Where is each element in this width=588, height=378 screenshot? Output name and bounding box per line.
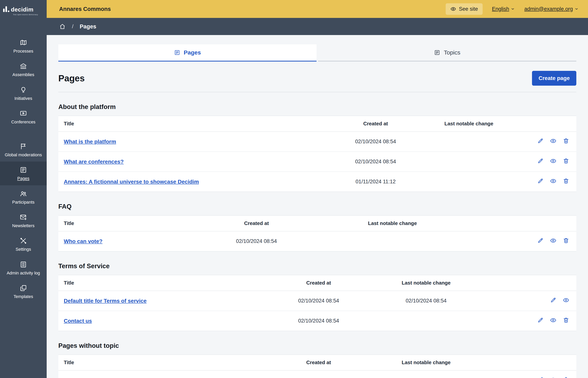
page-head: Pages Create page bbox=[58, 71, 576, 86]
sidebar-item-assemblies[interactable]: Assemblies bbox=[0, 58, 47, 81]
preview-button[interactable] bbox=[550, 317, 557, 325]
page-link[interactable]: What are conferences? bbox=[64, 159, 124, 165]
page-link[interactable]: What is the platform bbox=[64, 139, 116, 145]
eye-icon bbox=[550, 377, 557, 378]
edit-button[interactable] bbox=[537, 317, 544, 325]
preview-button[interactable] bbox=[550, 237, 557, 245]
edit-button[interactable] bbox=[537, 178, 544, 186]
column-header: Created at bbox=[266, 275, 372, 291]
preview-button[interactable] bbox=[563, 297, 569, 305]
table-row: Contact us02/10/2024 08:54 bbox=[58, 311, 576, 331]
sidebar-item-label: Newsletters bbox=[12, 223, 35, 228]
map-icon bbox=[20, 39, 27, 46]
actions-column-header bbox=[462, 216, 576, 231]
breadcrumb-home[interactable] bbox=[59, 23, 66, 30]
page-link[interactable]: Default title for Terms of service bbox=[64, 298, 147, 304]
preview-button[interactable] bbox=[550, 377, 557, 378]
sidebar-item-label: Admin activity log bbox=[7, 270, 40, 275]
page-link[interactable]: Website Accessibility Statement bbox=[64, 378, 147, 378]
account-menu[interactable]: admin@example.org bbox=[524, 6, 579, 12]
column-header: Last notable change bbox=[421, 116, 517, 132]
last-notable-change bbox=[372, 370, 480, 378]
table-row: Annares: A fictionnal universe to showca… bbox=[58, 172, 576, 192]
trash-icon bbox=[563, 377, 569, 378]
main-column: Annares Commons See site English admin@e… bbox=[47, 0, 588, 378]
sidebar-item-newsletters[interactable]: Newsletters bbox=[0, 209, 47, 232]
sidebar-item-participants[interactable]: Participants bbox=[0, 185, 47, 209]
eye-icon bbox=[550, 178, 557, 184]
delete-button[interactable] bbox=[563, 237, 569, 245]
delete-button[interactable] bbox=[563, 158, 569, 166]
sidebar-item-global-moderations[interactable]: Global moderations bbox=[0, 138, 47, 162]
section-title: Terms of Service bbox=[58, 262, 576, 270]
edit-button[interactable] bbox=[550, 297, 557, 305]
last-notable-change bbox=[421, 132, 517, 152]
government-icon bbox=[20, 63, 27, 70]
created-at: 02/10/2024 08:54 bbox=[330, 152, 421, 172]
topbar: Annares Commons See site English admin@e… bbox=[47, 0, 588, 18]
trash-icon bbox=[563, 158, 569, 164]
create-page-button[interactable]: Create page bbox=[532, 71, 576, 86]
lightbulb-icon bbox=[20, 86, 27, 94]
last-notable-change bbox=[421, 172, 517, 192]
sidebar-item-label: Participants bbox=[12, 200, 35, 204]
sidebar-item-label: Settings bbox=[15, 247, 31, 252]
sidebar-item-conferences[interactable]: Conferences bbox=[0, 105, 47, 129]
column-header: Created at bbox=[330, 116, 421, 132]
account-label: admin@example.org bbox=[524, 6, 573, 12]
preview-button[interactable] bbox=[550, 138, 557, 146]
created-at: 02/10/2024 08:54 bbox=[266, 370, 372, 378]
see-site-button[interactable]: See site bbox=[446, 3, 483, 15]
sidebar-item-admin-activity-log[interactable]: Admin activity log bbox=[0, 256, 47, 280]
breadcrumb-current[interactable]: Pages bbox=[80, 23, 96, 30]
language-selector[interactable]: English bbox=[492, 6, 515, 12]
table-row: What is the platform02/10/2024 08:54 bbox=[58, 132, 576, 152]
edit-button[interactable] bbox=[537, 138, 544, 146]
preview-button[interactable] bbox=[550, 178, 557, 186]
book-icon bbox=[20, 166, 27, 174]
edit-button[interactable] bbox=[537, 377, 544, 378]
page-link[interactable]: Contact us bbox=[64, 318, 92, 324]
team-icon bbox=[20, 190, 27, 197]
logo-box: decidim free open-source democracy bbox=[0, 0, 47, 34]
breadcrumb: / Pages bbox=[47, 18, 588, 35]
mail-add-icon bbox=[20, 214, 27, 221]
pencil-icon bbox=[537, 317, 544, 324]
delete-button[interactable] bbox=[563, 178, 569, 186]
home-icon bbox=[59, 23, 66, 30]
eye-icon bbox=[550, 138, 557, 144]
pencil-icon bbox=[537, 377, 544, 378]
edit-button[interactable] bbox=[537, 158, 544, 166]
sidebar-item-settings[interactable]: Settings bbox=[0, 232, 47, 256]
delete-button[interactable] bbox=[563, 317, 569, 325]
page-link[interactable]: Annares: A fictionnal universe to showca… bbox=[64, 179, 199, 185]
sidebar-item-pages[interactable]: Pages bbox=[0, 162, 47, 185]
sidebar-item-processes[interactable]: Processes bbox=[0, 34, 47, 58]
delete-button[interactable] bbox=[563, 138, 569, 146]
eye-icon bbox=[550, 158, 557, 164]
decidim-logo[interactable]: decidim bbox=[3, 6, 44, 13]
topbar-right: See site English admin@example.org bbox=[446, 3, 579, 15]
row-actions bbox=[480, 370, 576, 378]
page-link[interactable]: Who can vote? bbox=[64, 238, 102, 244]
chevron-down-icon bbox=[574, 7, 579, 11]
delete-button[interactable] bbox=[563, 377, 569, 378]
last-notable-change bbox=[372, 311, 480, 331]
sidebar-item-templates[interactable]: Templates bbox=[0, 280, 47, 303]
see-site-label: See site bbox=[459, 6, 478, 12]
edit-button[interactable] bbox=[537, 237, 544, 245]
actions-column-header bbox=[480, 355, 576, 370]
app-root: decidim free open-source democracy Proce… bbox=[0, 0, 588, 378]
created-at: 02/10/2024 08:54 bbox=[266, 311, 372, 331]
pencil-icon bbox=[550, 297, 557, 303]
row-actions bbox=[462, 231, 576, 251]
tab-topics[interactable]: Topics bbox=[318, 44, 576, 62]
last-notable-change bbox=[421, 152, 517, 172]
content-area: PagesTopics Pages Create page About the … bbox=[47, 35, 588, 378]
trash-icon bbox=[563, 138, 569, 144]
sidebar-item-initiatives[interactable]: Initiatives bbox=[0, 81, 47, 105]
column-header: Title bbox=[58, 275, 266, 291]
row-actions bbox=[480, 291, 576, 311]
preview-button[interactable] bbox=[550, 158, 557, 166]
tab-pages[interactable]: Pages bbox=[58, 44, 317, 62]
